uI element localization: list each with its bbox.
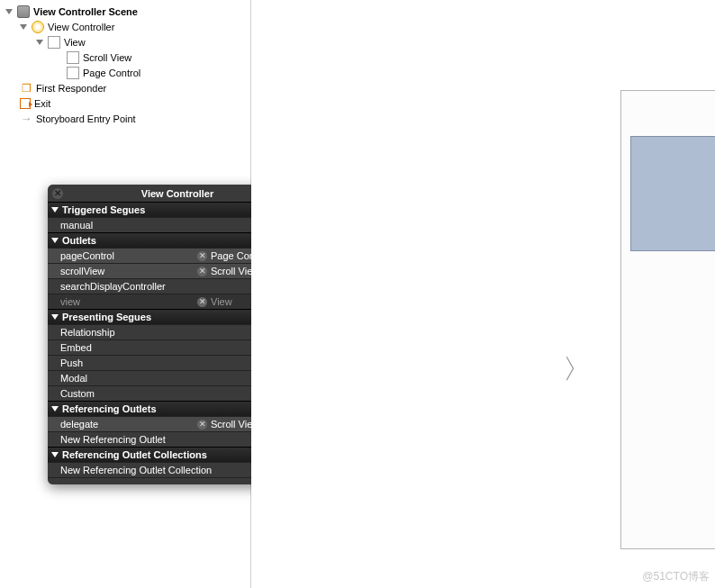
view-row[interactable]: View <box>0 34 250 50</box>
arrow-right-icon: → <box>20 113 32 125</box>
pagecontrol-row[interactable]: Page Control <box>0 65 250 80</box>
disclosure-icon <box>51 314 59 320</box>
view-icon <box>67 67 79 79</box>
scene-container[interactable]: ❒ Scroll View <box>620 90 715 549</box>
scrollview-row[interactable]: Scroll View <box>0 50 250 65</box>
view-label: View <box>64 37 86 48</box>
entrypoint-arrow-icon: 〉 <box>562 351 594 388</box>
viewcontroller-row[interactable]: View Controller <box>0 19 250 34</box>
scene-label: View Controller Scene <box>33 6 138 17</box>
disconnect-icon[interactable]: ✕ <box>197 420 207 430</box>
disclosure-icon <box>51 452 59 457</box>
disclosure-icon <box>20 24 27 30</box>
pagecontrol-label: Page Control <box>83 68 140 78</box>
disclosure-icon <box>36 40 43 45</box>
watermark-text: @51CTO博客 <box>642 569 710 584</box>
disconnect-icon[interactable]: ✕ <box>197 267 207 276</box>
view-icon <box>48 36 60 49</box>
close-icon[interactable]: ✕ <box>52 188 63 199</box>
entrypoint-row[interactable]: → Storyboard Entry Point <box>0 111 250 126</box>
disconnect-icon[interactable]: ✕ <box>197 251 207 261</box>
disclosure-icon <box>51 406 59 412</box>
cube-icon: ❒ <box>20 82 32 95</box>
exit-row[interactable]: Exit <box>0 95 250 111</box>
disclosure-icon <box>51 238 59 243</box>
viewcontroller-label: View Controller <box>48 22 114 32</box>
scene-dock: ❒ <box>621 91 715 114</box>
viewcontroller-icon <box>32 21 44 33</box>
scrollview-label: Scroll View <box>83 52 131 63</box>
disclosure-icon <box>51 207 59 213</box>
disconnect-icon[interactable]: ✕ <box>197 297 207 307</box>
firstresponder-row[interactable]: ❒ First Responder <box>0 80 250 95</box>
disclosure-icon <box>5 9 13 14</box>
view-icon <box>67 51 79 64</box>
status-bar <box>621 114 715 132</box>
document-outline[interactable]: View Controller Scene View Controller Vi… <box>0 0 251 588</box>
scene-icon <box>17 5 30 18</box>
storyboard-canvas[interactable]: 〉 ❒ Scroll View <box>251 0 715 588</box>
scroll-view[interactable]: Scroll View <box>630 136 715 251</box>
exit-label: Exit <box>34 98 50 109</box>
page-control[interactable] <box>631 238 715 243</box>
exit-icon <box>20 98 31 109</box>
popover-title: View Controller <box>141 188 213 199</box>
firstresponder-label: First Responder <box>36 83 106 94</box>
entrypoint-label: Storyboard Entry Point <box>36 113 136 124</box>
scene-row[interactable]: View Controller Scene <box>0 4 250 19</box>
